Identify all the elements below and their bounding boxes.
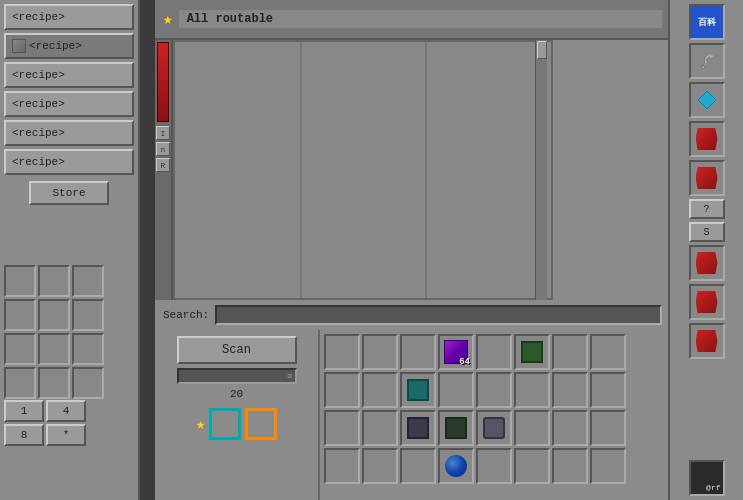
item-slot-1[interactable] xyxy=(362,334,398,370)
item-slot-3[interactable]: 64 xyxy=(438,334,474,370)
item-slot-10[interactable] xyxy=(400,372,436,408)
lamp-icon xyxy=(483,417,505,439)
bottom-section: Scan ≡ 20 ★ 64 xyxy=(155,330,670,500)
teal-color-selector[interactable] xyxy=(209,408,241,440)
qty-star-button[interactable]: * xyxy=(46,424,86,446)
wrench-icon xyxy=(696,50,718,72)
item-slot-31[interactable] xyxy=(590,448,626,484)
item-slot-23[interactable] xyxy=(590,410,626,446)
rf-slot[interactable]: @rf xyxy=(689,460,725,496)
recipe-item-5[interactable]: <recipe> xyxy=(4,120,134,146)
item-slot-12[interactable] xyxy=(476,372,512,408)
item-slot-17[interactable] xyxy=(362,410,398,446)
crafting-grid xyxy=(4,265,104,399)
favorite-star-icon[interactable]: ★ xyxy=(163,9,173,29)
recipe-item-2[interactable]: <recipe> xyxy=(4,33,134,59)
side-btn-n[interactable]: n xyxy=(156,142,170,156)
red-item-icon-5 xyxy=(696,330,718,352)
item-slot-28[interactable] xyxy=(476,448,512,484)
grid-slot-11[interactable] xyxy=(38,367,70,399)
side-btn-i[interactable]: I xyxy=(156,126,170,140)
item-slot-25[interactable] xyxy=(362,448,398,484)
orange-color-selector[interactable] xyxy=(245,408,277,440)
red-item-slot-5[interactable] xyxy=(689,323,725,359)
s-button[interactable]: S xyxy=(689,222,725,242)
grid-slot-4[interactable] xyxy=(4,299,36,331)
search-area: Search: xyxy=(155,300,670,330)
item-slot-5[interactable] xyxy=(514,334,550,370)
item-slot-18[interactable] xyxy=(400,410,436,446)
recipe-item-4[interactable]: <recipe> xyxy=(4,91,134,117)
red-item-slot-4[interactable] xyxy=(689,284,725,320)
col-divider-1 xyxy=(300,42,302,298)
grid-slot-8[interactable] xyxy=(38,333,70,365)
qty-8-button[interactable]: 8 xyxy=(4,424,44,446)
recipe-item-1[interactable]: <recipe> xyxy=(4,4,134,30)
item-slot-16[interactable] xyxy=(324,410,360,446)
red-item-icon-3 xyxy=(696,252,718,274)
grid-slot-9[interactable] xyxy=(72,333,104,365)
item-slot-11[interactable] xyxy=(438,372,474,408)
count-display: 20 xyxy=(230,388,243,400)
grid-slot-5[interactable] xyxy=(38,299,70,331)
item-slot-27[interactable] xyxy=(438,448,474,484)
qty-1-button[interactable]: 1 xyxy=(4,400,44,422)
item-slot-19[interactable] xyxy=(438,410,474,446)
item-slot-4[interactable] xyxy=(476,334,512,370)
scan-button[interactable]: Scan xyxy=(177,336,297,364)
left-panel: <recipe> <recipe> <recipe> <recipe> <rec… xyxy=(0,0,140,500)
item-slot-7[interactable] xyxy=(590,334,626,370)
gem-slot[interactable] xyxy=(689,82,725,118)
item-slot-24[interactable] xyxy=(324,448,360,484)
item-slot-29[interactable] xyxy=(514,448,550,484)
grid-slot-3[interactable] xyxy=(72,265,104,297)
red-item-icon-1 xyxy=(696,128,718,150)
item-slot-22[interactable] xyxy=(552,410,588,446)
red-item-slot-3[interactable] xyxy=(689,245,725,281)
red-item-slot-2[interactable] xyxy=(689,160,725,196)
item-slot-6[interactable] xyxy=(552,334,588,370)
item-slot-14[interactable] xyxy=(552,372,588,408)
item-grid: 64 xyxy=(320,330,670,500)
search-input[interactable] xyxy=(215,305,662,325)
grid-slot-2[interactable] xyxy=(38,265,70,297)
grid-slot-10[interactable] xyxy=(4,367,36,399)
top-bar: ★ All routable xyxy=(155,0,670,40)
recipe-label-6: <recipe> xyxy=(12,156,65,168)
grid-slot-7[interactable] xyxy=(4,333,36,365)
side-btn-r[interactable]: R xyxy=(156,158,170,172)
store-button[interactable]: Store xyxy=(29,181,109,205)
item-slot-30[interactable] xyxy=(552,448,588,484)
baidu-wiki-button[interactable]: 百科 xyxy=(689,4,725,40)
item-count-3: 64 xyxy=(459,357,470,367)
scroll-thumb[interactable] xyxy=(537,41,547,59)
grid-slot-6[interactable] xyxy=(72,299,104,331)
help-button[interactable]: ? xyxy=(689,199,725,219)
progress-lines: ≡ xyxy=(287,372,292,382)
grid-slot-12[interactable] xyxy=(72,367,104,399)
recipe-item-3[interactable]: <recipe> xyxy=(4,62,134,88)
recipe-item-6[interactable]: <recipe> xyxy=(4,149,134,175)
selector-row: ★ xyxy=(196,408,278,440)
search-label: Search: xyxy=(163,309,209,321)
selector-star-icon[interactable]: ★ xyxy=(196,414,206,434)
item-slot-8[interactable] xyxy=(324,372,360,408)
red-item-icon-4 xyxy=(696,291,718,313)
recipe-label-5: <recipe> xyxy=(12,127,65,139)
qty-4-button[interactable]: 4 xyxy=(46,400,86,422)
item-slot-0[interactable] xyxy=(324,334,360,370)
item-slot-20[interactable] xyxy=(476,410,512,446)
routing-area xyxy=(173,40,553,300)
item-slot-9[interactable] xyxy=(362,372,398,408)
main-scrollbar-vertical[interactable] xyxy=(535,40,547,300)
energy-bar xyxy=(157,42,169,122)
item-slot-2[interactable] xyxy=(400,334,436,370)
item-slot-15[interactable] xyxy=(590,372,626,408)
item-slot-13[interactable] xyxy=(514,372,550,408)
teal-block-icon xyxy=(407,379,429,401)
grid-slot-1[interactable] xyxy=(4,265,36,297)
wrench-slot[interactable] xyxy=(689,43,725,79)
item-slot-26[interactable] xyxy=(400,448,436,484)
red-item-slot-1[interactable] xyxy=(689,121,725,157)
item-slot-21[interactable] xyxy=(514,410,550,446)
